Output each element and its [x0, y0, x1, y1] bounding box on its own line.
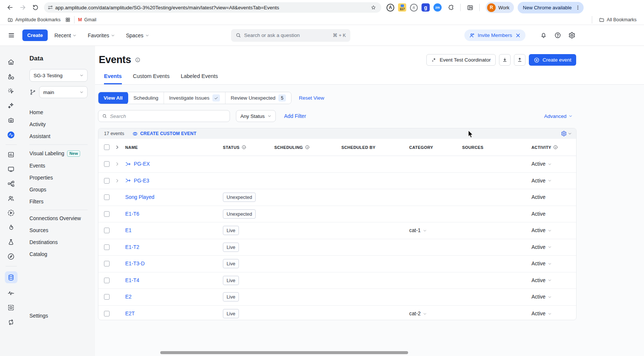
advanced-link[interactable]: Advanced: [544, 113, 572, 119]
waveform-icon[interactable]: [5, 288, 18, 298]
recent-menu[interactable]: Recent: [54, 32, 76, 38]
create-button[interactable]: Create: [22, 29, 48, 41]
chart-bars-icon[interactable]: [5, 150, 18, 159]
tab-search-icon[interactable]: [466, 3, 474, 12]
expand-all-icon[interactable]: [115, 145, 125, 150]
grammarly-extension-icon[interactable]: g: [422, 3, 430, 12]
table-search-input[interactable]: [110, 113, 226, 119]
activity-cell[interactable]: Active: [531, 244, 576, 250]
row-checkbox[interactable]: [104, 211, 110, 217]
tab-custom-events[interactable]: Custom Events: [133, 73, 170, 84]
row-checkbox[interactable]: [104, 278, 110, 283]
download-button[interactable]: [499, 54, 511, 66]
expand-row-icon[interactable]: [115, 162, 125, 166]
column-header-sources[interactable]: SOURCES: [462, 145, 531, 150]
zoom-extension-icon[interactable]: zm: [433, 3, 442, 12]
activity-cell[interactable]: Active: [531, 178, 576, 184]
site-settings-icon[interactable]: [45, 3, 55, 12]
event-name-link[interactable]: E1: [125, 228, 132, 233]
view-segment-scheduling[interactable]: Scheduling: [128, 92, 164, 104]
row-checkbox[interactable]: [104, 178, 110, 184]
bookmark-star-icon[interactable]: [369, 3, 378, 12]
extensions-puzzle-icon[interactable]: [447, 3, 455, 12]
row-checkbox[interactable]: [104, 294, 110, 300]
sidebar-item-assistant[interactable]: Assistant: [29, 130, 95, 142]
reset-view-link[interactable]: Reset View: [299, 95, 324, 101]
event-name-link[interactable]: PG-E3: [134, 178, 149, 184]
flow-icon[interactable]: [5, 179, 18, 188]
database-icon[interactable]: [5, 271, 18, 283]
event-name-link[interactable]: PG-EX: [134, 161, 150, 167]
row-checkbox[interactable]: [104, 261, 110, 266]
sidebar-item-settings[interactable]: Settings: [29, 313, 48, 319]
info-icon[interactable]: [135, 57, 141, 63]
info-icon[interactable]: [305, 145, 310, 150]
event-name-link[interactable]: E2T: [125, 311, 135, 316]
category-cell[interactable]: cat-1: [409, 228, 462, 233]
profile-chip[interactable]: R Work: [486, 2, 514, 13]
dashed-frame-icon[interactable]: [5, 303, 18, 312]
select-all-checkbox[interactable]: [104, 144, 110, 150]
add-filter-link[interactable]: Add Filter: [284, 113, 306, 119]
forward-icon[interactable]: [16, 1, 29, 14]
sidebar-item-events[interactable]: Events: [29, 160, 95, 172]
back-icon[interactable]: [4, 1, 16, 14]
create-custom-event-button[interactable]: CREATE CUSTOM EVENT: [132, 131, 196, 137]
hamburger-menu-icon[interactable]: [6, 30, 16, 41]
create-event-button[interactable]: Create event: [529, 54, 576, 66]
activity-cell[interactable]: Active: [531, 294, 576, 300]
sidebar-item-groups[interactable]: Groups: [29, 184, 95, 196]
flask-icon[interactable]: [5, 237, 18, 247]
bookmark-gmail[interactable]: M Gmail: [76, 16, 99, 23]
view-segment-view-all[interactable]: View All: [98, 92, 129, 104]
event-name-link[interactable]: E2: [125, 294, 132, 300]
sidebar-item-destinations[interactable]: Destinations: [29, 236, 95, 248]
chrome-update-pill[interactable]: New Chrome available: [518, 2, 584, 13]
row-checkbox[interactable]: [104, 244, 110, 250]
event-name-link[interactable]: E1-T6: [125, 211, 139, 217]
amplitude-logo-icon[interactable]: [5, 130, 18, 140]
category-cell[interactable]: cat-2: [409, 311, 462, 316]
activity-cell[interactable]: Active: [531, 278, 576, 283]
help-icon[interactable]: [553, 31, 562, 40]
column-header-activity[interactable]: ACTIVITY: [531, 145, 576, 150]
sidebar-item-properties[interactable]: Properties: [29, 172, 95, 184]
activity-cell[interactable]: Active: [531, 261, 576, 266]
play-circle-icon[interactable]: [5, 208, 18, 218]
project-select[interactable]: SG-3 Testing: [29, 69, 88, 82]
event-name-link[interactable]: E1-T2: [125, 244, 139, 250]
global-search[interactable]: Search or ask a question ⌘ + K: [231, 29, 350, 42]
tab-labeled-events[interactable]: Labeled Events: [181, 73, 218, 84]
table-search[interactable]: [98, 110, 230, 122]
people-icon[interactable]: [5, 193, 18, 203]
cursor-click-icon[interactable]: [5, 86, 18, 96]
row-checkbox[interactable]: [104, 228, 110, 233]
sidebar-item-catalog[interactable]: Catalog: [29, 248, 95, 260]
robot-icon[interactable]: [5, 115, 18, 125]
row-checkbox[interactable]: [104, 194, 110, 200]
view-segment-review-unexpected[interactable]: Review Unexpected5: [225, 92, 291, 104]
favorites-menu[interactable]: Favorites: [88, 32, 115, 38]
sidebar-item-filters[interactable]: Filters: [29, 196, 95, 207]
adblock-badge-extension-icon[interactable]: 117: [398, 3, 406, 12]
compass-icon[interactable]: [5, 252, 18, 261]
activity-cell[interactable]: Active: [531, 228, 576, 233]
info-icon[interactable]: [242, 145, 246, 150]
url-bar[interactable]: app.amplitude.com/data/amplitude/SG-3%20…: [44, 2, 381, 13]
sidebar-item-visual-labeling[interactable]: Visual LabelingNew: [29, 147, 95, 160]
spaces-menu[interactable]: Spaces: [126, 32, 149, 38]
horizontal-scrollbar-thumb[interactable]: [160, 351, 408, 354]
kebab-menu-icon[interactable]: [575, 4, 581, 11]
password-lock-extension-icon[interactable]: [410, 4, 418, 12]
home-icon[interactable]: [5, 57, 18, 67]
column-header-status[interactable]: STATUS: [223, 145, 274, 150]
circle-a-extension-icon[interactable]: A: [386, 4, 394, 12]
monitor-icon[interactable]: [5, 164, 18, 174]
apps-grid-icon[interactable]: [63, 16, 73, 23]
shapes-icon[interactable]: [5, 72, 18, 81]
sidebar-item-home[interactable]: Home: [29, 106, 95, 118]
event-test-coordinator-button[interactable]: Event Test Coordinator: [426, 54, 496, 66]
row-checkbox[interactable]: [104, 311, 110, 316]
all-bookmarks[interactable]: All Bookmarks: [597, 16, 639, 24]
sparkles-icon[interactable]: [5, 101, 18, 110]
